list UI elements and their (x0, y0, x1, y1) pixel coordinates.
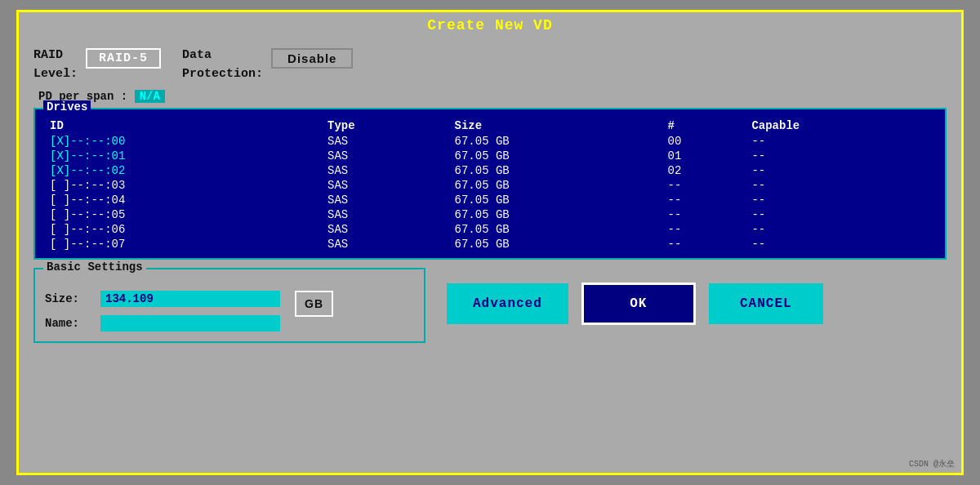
drive-size: 67.05 GB (448, 149, 662, 163)
drive-id: [X]--:--:00 (43, 134, 321, 149)
drive-type: SAS (321, 222, 448, 237)
drive-capable: -- (745, 163, 937, 178)
drive-capable: -- (745, 222, 937, 237)
drive-id: [ ]--:--:03 (43, 178, 321, 193)
drives-header-row: ID Type Size # Capable (43, 118, 937, 134)
drive-num: 01 (662, 149, 746, 163)
ok-button[interactable]: OK (581, 283, 696, 325)
name-label: Name: (45, 317, 94, 330)
col-capable: Capable (745, 118, 937, 134)
col-num: # (662, 118, 746, 134)
drive-num: 02 (662, 163, 746, 178)
drive-type: SAS (321, 178, 448, 193)
drive-type: SAS (321, 149, 448, 163)
col-id: ID (43, 118, 321, 134)
drives-legend: Drives (43, 100, 91, 113)
table-row[interactable]: [ ]--:--:07 SAS 67.05 GB -- -- (43, 237, 937, 251)
gb-button[interactable]: GB (295, 291, 333, 317)
table-row[interactable]: [X]--:--:02 SAS 67.05 GB 02 -- (43, 163, 937, 178)
table-row[interactable]: [X]--:--:00 SAS 67.05 GB 00 -- (43, 134, 937, 149)
col-type: Type (321, 118, 448, 134)
drive-id: [ ]--:--:05 (43, 207, 321, 222)
drive-capable: -- (745, 178, 937, 193)
title-bar: Create New VD (19, 12, 961, 37)
drive-id: [X]--:--:02 (43, 163, 321, 178)
size-label: Size: (45, 292, 94, 305)
table-row[interactable]: [X]--:--:01 SAS 67.05 GB 01 -- (43, 149, 937, 163)
drive-type: SAS (321, 193, 448, 207)
drive-size: 67.05 GB (448, 178, 662, 193)
advanced-button[interactable]: Advanced (447, 283, 568, 324)
drive-num: 00 (662, 134, 746, 149)
raid-value: RAID-5 (86, 48, 161, 69)
cancel-button[interactable]: CANCEL (709, 283, 823, 324)
drive-type: SAS (321, 207, 448, 222)
name-input[interactable] (100, 315, 280, 331)
drive-size: 67.05 GB (448, 207, 662, 222)
drives-table: ID Type Size # Capable [X]--:--:00 SAS 6… (43, 118, 937, 251)
drive-capable: -- (745, 237, 937, 251)
size-input[interactable] (100, 291, 280, 307)
drive-num: -- (662, 207, 746, 222)
drive-num: -- (662, 237, 746, 251)
drive-num: -- (662, 193, 746, 207)
drive-size: 67.05 GB (448, 163, 662, 178)
drive-capable: -- (745, 193, 937, 207)
drive-id: [X]--:--:01 (43, 149, 321, 163)
drive-capable: -- (745, 149, 937, 163)
drive-type: SAS (321, 237, 448, 251)
basic-settings-box: Basic Settings Size: Name: GB (33, 268, 425, 343)
raid-label: RAID Level: (33, 47, 78, 83)
col-size: Size (448, 118, 662, 134)
drive-size: 67.05 GB (448, 134, 662, 149)
disable-button[interactable]: Disable (271, 48, 353, 69)
watermark: CSDN @永垒 (909, 458, 955, 469)
drive-capable: -- (745, 207, 937, 222)
table-row[interactable]: [ ]--:--:04 SAS 67.05 GB -- -- (43, 193, 937, 207)
drive-size: 67.05 GB (448, 193, 662, 207)
drive-capable: -- (745, 134, 937, 149)
pd-per-span-row: PD per span : N/A (38, 90, 947, 103)
create-vd-window: Create New VD RAID Level: RAID-5 Data Pr… (16, 10, 964, 475)
drive-id: [ ]--:--:07 (43, 237, 321, 251)
window-title: Create New VD (427, 17, 552, 33)
basic-settings-legend: Basic Settings (43, 260, 146, 274)
drive-type: SAS (321, 134, 448, 149)
drive-size: 67.05 GB (448, 222, 662, 237)
drive-num: -- (662, 178, 746, 193)
drive-size: 67.05 GB (448, 237, 662, 251)
drive-id: [ ]--:--:04 (43, 193, 321, 207)
table-row[interactable]: [ ]--:--:06 SAS 67.05 GB -- -- (43, 222, 937, 237)
action-buttons: Advanced OK CANCEL (447, 283, 823, 325)
data-protection-label: Data Protection: (182, 47, 263, 83)
drives-box: Drives ID Type Size # Capable [X]--:--:0… (33, 108, 947, 260)
table-row[interactable]: [ ]--:--:03 SAS 67.05 GB -- -- (43, 178, 937, 193)
drive-type: SAS (321, 163, 448, 178)
drive-num: -- (662, 222, 746, 237)
drive-id: [ ]--:--:06 (43, 222, 321, 237)
pd-value: N/A (135, 90, 165, 103)
table-row[interactable]: [ ]--:--:05 SAS 67.05 GB -- -- (43, 207, 937, 222)
